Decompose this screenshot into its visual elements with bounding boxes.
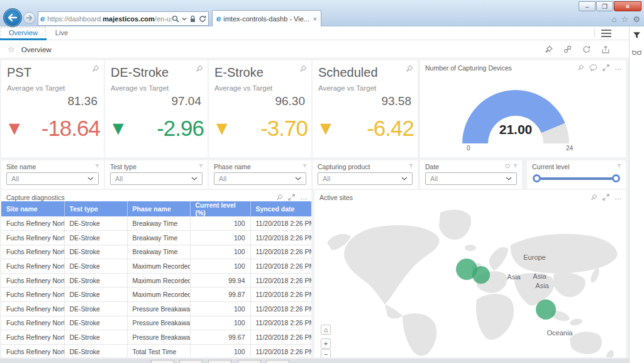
filter-rail: [629, 26, 644, 363]
table-row[interactable]: Fuchs Refinery North DE-Stroke Pressure …: [1, 330, 311, 345]
kpi-delta-value: -18.64: [42, 116, 100, 141]
favorites-star-icon[interactable]: ☆: [621, 14, 629, 24]
refresh-icon[interactable]: [199, 15, 206, 23]
report-tab[interactable]: Live: [47, 26, 77, 40]
favorite-star-icon[interactable]: ☆: [8, 45, 15, 54]
kpi-card[interactable]: E-Stroke Average vs Target 96.30 ▼ -3.70: [209, 60, 311, 157]
report-tab[interactable]: Overview: [0, 26, 47, 40]
pin-icon[interactable]: [545, 45, 553, 53]
chevron-down-icon: [506, 177, 512, 181]
focus-mode-icon[interactable]: [602, 64, 609, 71]
more-options-icon[interactable]: …: [300, 196, 308, 199]
col-header-site-name[interactable]: Site name: [1, 201, 64, 216]
dashboard-canvas: PST Average vs Target 81.36 ▼ -18.64 DE-…: [0, 59, 629, 363]
filter-dropdown[interactable]: All: [425, 172, 517, 185]
col-header-test-type[interactable]: Test type: [64, 201, 127, 216]
filter-dropdown[interactable]: All: [318, 172, 413, 185]
gauge-value: 21.00: [462, 122, 569, 137]
tab-close-icon[interactable]: ×: [313, 15, 317, 23]
map-region-label: Asia: [533, 272, 546, 280]
table-row[interactable]: Fuchs Refinery North DE-Stroke Maximum R…: [1, 259, 311, 274]
map-site-bubble[interactable]: [472, 266, 490, 284]
pin-icon[interactable]: [299, 65, 307, 72]
kpi-target-value: 97.04: [171, 94, 201, 108]
table-row[interactable]: Fuchs Refinery North DE-Stroke Breakway …: [1, 216, 311, 231]
breadcrumb: Overview: [21, 46, 52, 53]
table-row[interactable]: Fuchs Refinery North DE-Stroke Total Tes…: [1, 344, 311, 357]
gauge-max-label: 24: [566, 145, 573, 152]
table-row[interactable]: Fuchs Refinery North DE-Stroke Breakway …: [1, 245, 311, 259]
map-site-bubble[interactable]: [536, 299, 556, 320]
filter-dropdown[interactable]: All: [214, 172, 306, 185]
more-options-icon[interactable]: …: [614, 66, 622, 69]
filter-slicer: Test type All: [105, 160, 208, 189]
cell-test-type: DE-Stroke: [64, 316, 127, 330]
forward-button[interactable]: [23, 12, 35, 24]
caret-down-icon[interactable]: [182, 17, 187, 21]
pin-icon[interactable]: [92, 65, 99, 72]
cell-current-level: 100: [190, 344, 250, 357]
kpi-card[interactable]: DE-Stroke Average vs Target 97.04 ▼ -2.9…: [105, 60, 208, 157]
comment-icon[interactable]: [589, 64, 597, 71]
kpi-title: DE-Stroke: [111, 65, 169, 80]
address-bar[interactable]: e https://dashboard.majesticos.com/en-us…: [38, 11, 209, 26]
cell-site-name: Fuchs Refinery North: [1, 288, 64, 302]
browser-tab[interactable]: e imtex-controls-dashb - Vie... ×: [212, 10, 321, 26]
pin-icon[interactable]: [577, 64, 584, 71]
kpi-card[interactable]: PST Average vs Target 81.36 ▼ -18.64: [1, 60, 104, 157]
cell-site-name: Fuchs Refinery North: [1, 316, 64, 330]
slider-handle-min[interactable]: [533, 174, 541, 182]
filter-funnel-icon: [94, 164, 100, 169]
map-home-button[interactable]: ⌂: [321, 325, 331, 335]
slider-handle-max[interactable]: [612, 174, 620, 182]
tab-title: imtex-controls-dashb - Vie...: [223, 15, 310, 23]
map-card: Active sites …: [314, 190, 626, 357]
table-row[interactable]: Fuchs Refinery North DE-Stroke Pressure …: [1, 316, 311, 330]
kpi-title: PST: [7, 65, 31, 80]
cell-site-name: Fuchs Refinery North: [1, 231, 64, 245]
window-minimize-button[interactable]: –: [579, 1, 596, 11]
gear-icon[interactable]: ⚙: [633, 14, 640, 24]
focus-mode-icon[interactable]: [288, 194, 295, 201]
gauge-card[interactable]: Number of Capturing Devices … 21.00 0 24: [420, 60, 626, 157]
table-row[interactable]: Fuchs Refinery North DE-Stroke Pressure …: [1, 302, 311, 316]
map-zoom-out-button[interactable]: −: [321, 349, 331, 357]
export-icon[interactable]: [601, 45, 610, 53]
cell-test-type: DE-Stroke: [64, 344, 127, 357]
col-header-current-level[interactable]: Current level (%): [190, 201, 250, 216]
refresh-icon[interactable]: [582, 45, 591, 53]
table-header-row[interactable]: Site name Test type Phase name Current l…: [1, 201, 311, 216]
col-header-synced-date[interactable]: Synced date: [250, 201, 311, 216]
menu-hamburger-icon[interactable]: [601, 30, 611, 37]
search-icon[interactable]: [172, 15, 179, 23]
table-row[interactable]: Fuchs Refinery North DE-Stroke Breakway …: [1, 231, 311, 245]
table-row[interactable]: Fuchs Refinery North DE-Stroke Maximum R…: [1, 288, 311, 302]
window-restore-button[interactable]: ❐: [596, 1, 613, 11]
map-zoom-in-button[interactable]: +: [321, 338, 331, 349]
glasses-icon[interactable]: [632, 49, 641, 55]
link-icon[interactable]: [564, 45, 572, 53]
cell-phase-name: Breakway Time: [127, 231, 190, 245]
table-row[interactable]: Fuchs Refinery North DE-Stroke Maximum R…: [1, 273, 311, 288]
map-region-label: Asia: [507, 273, 520, 281]
kpi-subtitle: Average vs Target: [7, 84, 65, 92]
pin-icon[interactable]: [196, 65, 203, 72]
cell-test-type: DE-Stroke: [64, 245, 127, 259]
filter-value: All: [115, 175, 123, 182]
filter-dropdown[interactable]: All: [110, 172, 203, 185]
filter-funnel-icon[interactable]: [633, 31, 641, 39]
back-button[interactable]: [3, 8, 22, 27]
kpi-card[interactable]: Scheduled Average vs Target 93.58 ▼ -6.4…: [313, 60, 418, 157]
col-header-phase-name[interactable]: Phase name: [127, 201, 190, 216]
browser-window: – ❐ × e https://dashboard.majesticos.com…: [0, 0, 644, 363]
cell-current-level: 100: [190, 316, 250, 330]
pin-icon[interactable]: [276, 194, 283, 201]
map-region-label: Asia: [535, 282, 548, 289]
home-icon[interactable]: ⌂: [612, 14, 617, 24]
filter-label: Site name: [6, 163, 36, 170]
window-close-button[interactable]: ×: [614, 1, 641, 11]
filter-dropdown[interactable]: All: [6, 172, 99, 185]
clear-filter-icon[interactable]: [505, 164, 510, 169]
pin-icon[interactable]: [406, 65, 413, 72]
range-slider[interactable]: [537, 177, 616, 180]
